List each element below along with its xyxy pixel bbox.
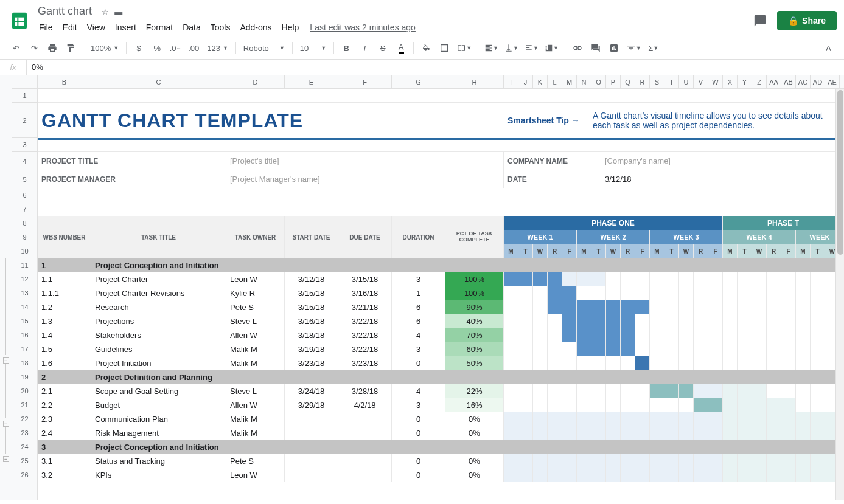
col-header[interactable]: R xyxy=(635,75,650,88)
bold-icon[interactable]: B xyxy=(338,40,355,57)
gantt-cell[interactable] xyxy=(518,468,533,482)
task-row[interactable]: 1.6 Project Initiation Malik M 3/23/18 3… xyxy=(38,356,844,370)
gantt-cell[interactable] xyxy=(723,398,738,412)
gantt-cell[interactable] xyxy=(562,454,577,468)
gantt-cell[interactable] xyxy=(621,384,635,398)
gantt-cell[interactable] xyxy=(533,300,548,314)
gantt-cell[interactable] xyxy=(752,412,767,426)
gantt-cell[interactable] xyxy=(621,272,635,286)
col-header[interactable]: L xyxy=(548,75,562,88)
row-header[interactable]: 2 xyxy=(12,103,37,138)
collapse-group-1[interactable]: − xyxy=(3,357,9,364)
gantt-cell[interactable] xyxy=(518,412,533,426)
gantt-cell[interactable] xyxy=(767,412,781,426)
gantt-cell[interactable] xyxy=(635,314,650,328)
star-icon[interactable]: ☆ xyxy=(102,7,109,16)
col-header[interactable]: O xyxy=(591,75,606,88)
gantt-cell[interactable] xyxy=(708,314,723,328)
gantt-cell[interactable] xyxy=(562,398,577,412)
col-header[interactable]: T xyxy=(664,75,679,88)
gantt-cell[interactable] xyxy=(635,300,650,314)
task-row[interactable]: 3.2 KPIs Leon W 0 0% xyxy=(38,468,844,482)
gantt-cell[interactable] xyxy=(767,328,781,342)
gantt-cell[interactable] xyxy=(591,356,606,370)
gantt-cell[interactable] xyxy=(738,356,752,370)
gantt-cell[interactable] xyxy=(518,454,533,468)
menu-edit[interactable]: Edit xyxy=(58,20,82,35)
gantt-cell[interactable] xyxy=(548,468,562,482)
col-header[interactable]: U xyxy=(679,75,694,88)
gantt-cell[interactable] xyxy=(533,468,548,482)
gantt-cell[interactable] xyxy=(591,300,606,314)
gantt-cell[interactable] xyxy=(591,398,606,412)
gantt-cell[interactable] xyxy=(518,342,533,356)
gantt-cell[interactable] xyxy=(518,356,533,370)
gantt-cell[interactable] xyxy=(708,272,723,286)
gantt-cell[interactable] xyxy=(767,300,781,314)
gantt-cell[interactable] xyxy=(694,398,708,412)
row-header[interactable]: 19 xyxy=(12,370,37,384)
functions-icon[interactable]: Σ▼ xyxy=(645,40,662,57)
gantt-cell[interactable] xyxy=(664,454,679,468)
gantt-cell[interactable] xyxy=(606,314,621,328)
gantt-cell[interactable] xyxy=(650,468,664,482)
row-header[interactable]: 3 xyxy=(12,138,37,152)
col-header[interactable]: Z xyxy=(752,75,767,88)
font-select[interactable]: Roboto▼ xyxy=(240,40,288,57)
gantt-cell[interactable] xyxy=(679,426,694,440)
gantt-cell[interactable] xyxy=(533,412,548,426)
gantt-cell[interactable] xyxy=(694,272,708,286)
gantt-cell[interactable] xyxy=(694,412,708,426)
col-header[interactable]: C xyxy=(91,75,226,88)
gantt-cell[interactable] xyxy=(606,272,621,286)
gantt-cell[interactable] xyxy=(621,286,635,300)
gantt-cell[interactable] xyxy=(577,412,591,426)
gantt-cell[interactable] xyxy=(738,398,752,412)
gantt-cell[interactable] xyxy=(664,468,679,482)
gantt-cell[interactable] xyxy=(548,384,562,398)
gantt-cell[interactable] xyxy=(811,272,825,286)
gantt-cell[interactable] xyxy=(621,426,635,440)
create-filter-icon[interactable]: ▼ xyxy=(624,40,644,57)
gantt-cell[interactable] xyxy=(811,342,825,356)
gantt-cell[interactable] xyxy=(679,314,694,328)
task-row[interactable]: 1.2 Research Pete S 3/15/18 3/21/18 6 90… xyxy=(38,300,844,314)
project-title-value[interactable]: [Project's title] xyxy=(226,152,504,170)
menu-addons[interactable]: Add-ons xyxy=(235,20,276,35)
gantt-cell[interactable] xyxy=(723,412,738,426)
col-header[interactable]: M xyxy=(562,75,577,88)
gantt-cell[interactable] xyxy=(606,384,621,398)
gantt-cell[interactable] xyxy=(781,356,796,370)
gantt-cell[interactable] xyxy=(796,286,811,300)
gantt-cell[interactable] xyxy=(679,384,694,398)
gantt-cell[interactable] xyxy=(679,468,694,482)
gantt-cell[interactable] xyxy=(606,426,621,440)
row-header[interactable]: 18 xyxy=(12,356,37,370)
gantt-cell[interactable] xyxy=(738,314,752,328)
gantt-cell[interactable] xyxy=(781,398,796,412)
gantt-cell[interactable] xyxy=(679,328,694,342)
col-header[interactable]: AB xyxy=(781,75,796,88)
gantt-cell[interactable] xyxy=(664,314,679,328)
gantt-cell[interactable] xyxy=(621,314,635,328)
gantt-cell[interactable] xyxy=(708,384,723,398)
gantt-cell[interactable] xyxy=(752,300,767,314)
gantt-cell[interactable] xyxy=(591,314,606,328)
gantt-cell[interactable] xyxy=(767,384,781,398)
gantt-cell[interactable] xyxy=(548,412,562,426)
gantt-cell[interactable] xyxy=(533,454,548,468)
gantt-cell[interactable] xyxy=(548,314,562,328)
task-row[interactable]: 1.4 Stakeholders Allen W 3/18/18 3/22/18… xyxy=(38,328,844,342)
gantt-cell[interactable] xyxy=(708,356,723,370)
gantt-cell[interactable] xyxy=(796,328,811,342)
gantt-cell[interactable] xyxy=(694,468,708,482)
gantt-cell[interactable] xyxy=(752,314,767,328)
gantt-cell[interactable] xyxy=(504,468,518,482)
row-header[interactable]: 24 xyxy=(12,440,37,454)
gantt-cell[interactable] xyxy=(796,398,811,412)
gantt-cell[interactable] xyxy=(796,342,811,356)
gantt-cell[interactable] xyxy=(679,454,694,468)
row-header[interactable]: 22 xyxy=(12,412,37,426)
gantt-cell[interactable] xyxy=(533,314,548,328)
gantt-cell[interactable] xyxy=(650,356,664,370)
